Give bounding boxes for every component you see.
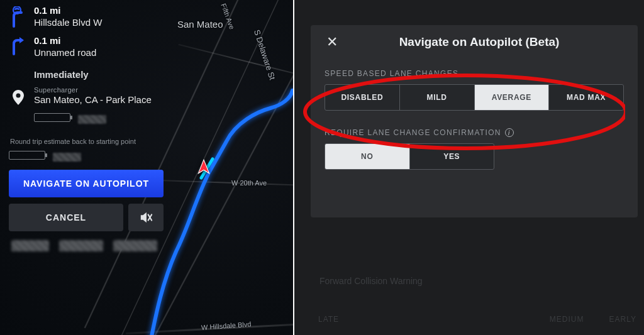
turn-icon [10,6,26,28]
round-trip-label: Round trip estimate back to starting poi… [10,137,164,146]
charger-block: Supercharger San Mateo, CA - Park Place [9,86,164,124]
settings-pane: ✕ Navigate on Autopilot (Beta) SPEED BAS… [294,0,644,335]
battery-indicator-1 [34,113,70,122]
battery-indicator-2 [9,151,45,160]
autopilot-settings-dialog: ✕ Navigate on Autopilot (Beta) SPEED BAS… [311,25,638,217]
confirm-label: REQUIRE LANE CHANGE CONFIRMATION i [325,128,624,137]
faint-section-title: Forward Collision Warning [319,276,423,286]
mute-button[interactable] [128,204,164,231]
map-label-20th: W 20th Ave [231,179,267,187]
confirm-segmented: NO YES [325,143,494,170]
cancel-button-label: CANCEL [46,212,86,222]
info-icon[interactable]: i [505,128,514,137]
navigate-on-autopilot-button[interactable]: NAVIGATE ON AUTOPILOT [9,170,164,197]
immediately-label: Immediately [34,69,164,80]
navigate-on-autopilot-label: NAVIGATE ON AUTOPILOT [23,178,149,189]
confirm-option-yes[interactable]: YES [410,144,494,169]
svg-point-2 [16,94,21,98]
lane-changes-label: SPEED BASED LANE CHANGES [325,69,624,78]
mute-icon [139,211,153,224]
confirm-option-no-label: NO [361,152,373,161]
lane-option-average[interactable]: AVERAGE [475,85,550,110]
lane-changes-segmented: DISABLED MILD AVERAGE MAD MAX [325,84,624,111]
nav-step-1: 0.1 mi Hillsdale Blvd W [9,5,164,28]
lane-option-average-label: AVERAGE [492,93,531,102]
cancel-button[interactable]: CANCEL [9,204,123,231]
step2-street: Unnamed road [34,47,164,58]
faint-option-early: EARLY [609,315,636,324]
faint-option-medium: MEDIUM [550,315,584,324]
faint-segmented-row: LATE MEDIUM EARLY [318,315,636,324]
navigation-pane: San Mateo S Delaware St Fifth Ave W 20th… [0,0,294,335]
close-icon[interactable]: ✕ [325,34,340,50]
confirm-option-yes-label: YES [443,152,460,161]
charger-name: San Mateo, CA - Park Place [34,94,164,106]
redacted-value-1 [78,115,106,124]
confirm-option-no[interactable]: NO [325,144,410,169]
charger-type-label: Supercharger [34,86,164,94]
lane-option-mild[interactable]: MILD [400,85,475,110]
map-label-hillsdale: W Hillsdale Blvd [201,320,252,331]
lane-option-madmax-label: MAD MAX [567,93,606,102]
redacted-row [9,240,164,251]
nav-step-2: 0.1 mi Unnamed road [9,35,164,58]
step2-distance: 0.1 mi [34,35,164,46]
lane-option-disabled[interactable]: DISABLED [325,85,400,110]
map-label-city: San Mateo [177,19,223,30]
turn-right-icon [10,36,26,55]
step1-street: Hillsdale Blvd W [34,17,164,28]
dialog-title: Navigate on Autopilot (Beta) [350,35,609,49]
faint-option-late: LATE [318,315,339,324]
lane-option-madmax[interactable]: MAD MAX [549,85,623,110]
map-label-delaware: S Delaware St [252,28,277,81]
step1-distance: 0.1 mi [34,5,164,16]
lane-option-mild-label: MILD [427,93,447,102]
location-pin-icon [12,90,25,105]
confirm-label-text: REQUIRE LANE CHANGE CONFIRMATION [325,128,501,137]
nav-panel: 0.1 mi Hillsdale Blvd W 0.1 mi Unnamed r… [0,0,170,335]
redacted-value-2 [53,153,81,162]
lane-option-disabled-label: DISABLED [341,93,383,102]
